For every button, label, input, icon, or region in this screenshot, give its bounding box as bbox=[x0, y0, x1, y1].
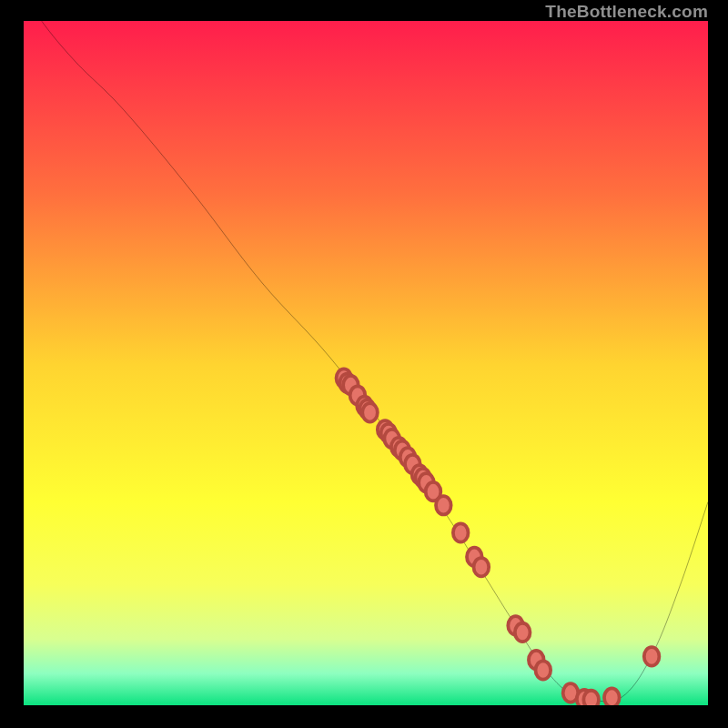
plot-area bbox=[21, 21, 708, 708]
data-point bbox=[436, 496, 451, 514]
data-point bbox=[644, 647, 660, 665]
data-point bbox=[362, 403, 378, 421]
chart-stage: TheBottleneck.com bbox=[0, 0, 728, 728]
data-point bbox=[515, 623, 531, 642]
watermark-text: TheBottleneck.com bbox=[545, 2, 708, 22]
data-point bbox=[583, 691, 599, 708]
chart-svg bbox=[21, 21, 708, 708]
data-point bbox=[453, 523, 469, 541]
data-point bbox=[474, 558, 490, 576]
gradient-backdrop bbox=[21, 21, 708, 708]
data-point bbox=[535, 661, 551, 679]
data-point bbox=[604, 688, 620, 706]
